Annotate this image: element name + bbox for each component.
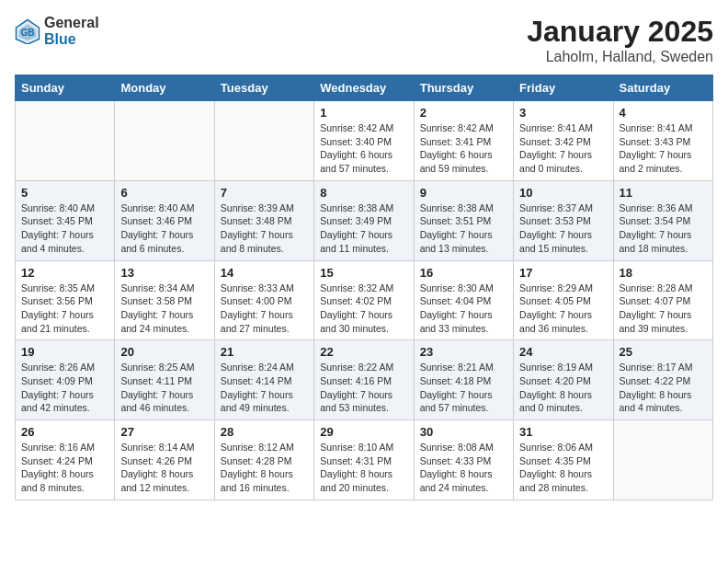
day-cell-29: 29Sunrise: 8:10 AM Sunset: 4:31 PM Dayli… [314,420,414,500]
day-cell-20: 20Sunrise: 8:25 AM Sunset: 4:11 PM Dayli… [115,340,214,420]
day-cell-empty [16,101,115,181]
day-cell-13: 13Sunrise: 8:34 AM Sunset: 3:58 PM Dayli… [115,260,214,340]
day-number: 30 [420,425,507,439]
day-cell-empty [613,420,712,500]
day-info: Sunrise: 8:14 AM Sunset: 4:26 PM Dayligh… [120,441,208,495]
logo-text-block: General Blue [44,15,99,47]
day-info: Sunrise: 8:38 AM Sunset: 3:51 PM Dayligh… [420,201,507,256]
day-number: 6 [120,186,208,200]
day-cell-30: 30Sunrise: 8:08 AM Sunset: 4:33 PM Dayli… [414,420,513,500]
day-info: Sunrise: 8:32 AM Sunset: 4:02 PM Dayligh… [320,282,407,336]
day-number: 16 [420,266,507,280]
day-number: 27 [120,425,208,439]
day-cell-7: 7Sunrise: 8:39 AM Sunset: 3:48 PM Daylig… [214,180,313,260]
day-number: 19 [21,345,108,359]
day-number: 31 [519,425,607,439]
day-number: 28 [221,425,308,439]
day-cell-16: 16Sunrise: 8:30 AM Sunset: 4:04 PM Dayli… [414,260,513,340]
logo-blue: Blue [44,31,76,47]
day-info: Sunrise: 8:21 AM Sunset: 4:18 PM Dayligh… [420,361,507,415]
day-number: 22 [320,345,407,359]
day-info: Sunrise: 8:33 AM Sunset: 4:00 PM Dayligh… [221,282,308,336]
day-info: Sunrise: 8:30 AM Sunset: 4:04 PM Dayligh… [420,282,507,336]
weekday-sunday: Sunday [16,75,115,101]
day-cell-11: 11Sunrise: 8:36 AM Sunset: 3:54 PM Dayli… [613,180,712,260]
calendar-table: SundayMondayTuesdayWednesdayThursdayFrid… [15,75,713,500]
day-number: 7 [221,186,308,200]
day-number: 12 [21,266,108,280]
day-info: Sunrise: 8:16 AM Sunset: 4:24 PM Dayligh… [21,441,108,495]
day-cell-12: 12Sunrise: 8:35 AM Sunset: 3:56 PM Dayli… [16,260,115,340]
day-number: 14 [221,266,308,280]
calendar-subtitle: Laholm, Halland, Sweden [527,49,713,65]
day-info: Sunrise: 8:08 AM Sunset: 4:33 PM Dayligh… [420,441,507,495]
day-number: 13 [120,266,208,280]
day-number: 10 [519,186,607,200]
day-number: 8 [320,186,407,200]
week-row-4: 19Sunrise: 8:26 AM Sunset: 4:09 PM Dayli… [16,340,713,420]
day-cell-2: 2Sunrise: 8:42 AM Sunset: 3:41 PM Daylig… [414,101,513,181]
day-cell-22: 22Sunrise: 8:22 AM Sunset: 4:16 PM Dayli… [314,340,414,420]
day-info: Sunrise: 8:25 AM Sunset: 4:11 PM Dayligh… [120,361,208,415]
day-cell-15: 15Sunrise: 8:32 AM Sunset: 4:02 PM Dayli… [314,260,414,340]
day-cell-21: 21Sunrise: 8:24 AM Sunset: 4:14 PM Dayli… [214,340,313,420]
logo-icon: GB [15,18,40,44]
day-info: Sunrise: 8:36 AM Sunset: 3:54 PM Dayligh… [620,201,707,256]
day-number: 20 [120,345,208,359]
day-info: Sunrise: 8:41 AM Sunset: 3:43 PM Dayligh… [620,121,707,176]
day-info: Sunrise: 8:06 AM Sunset: 4:35 PM Dayligh… [519,441,607,495]
day-cell-1: 1Sunrise: 8:42 AM Sunset: 3:40 PM Daylig… [314,101,414,181]
day-number: 24 [519,345,607,359]
title-block: January 2025 Laholm, Halland, Sweden [527,15,713,65]
day-cell-10: 10Sunrise: 8:37 AM Sunset: 3:53 PM Dayli… [514,180,613,260]
day-number: 1 [320,106,407,120]
day-cell-31: 31Sunrise: 8:06 AM Sunset: 4:35 PM Dayli… [514,420,613,500]
day-info: Sunrise: 8:22 AM Sunset: 4:16 PM Dayligh… [320,361,407,415]
day-info: Sunrise: 8:37 AM Sunset: 3:53 PM Dayligh… [519,201,607,256]
day-number: 4 [620,106,707,120]
day-cell-6: 6Sunrise: 8:40 AM Sunset: 3:46 PM Daylig… [115,180,214,260]
day-cell-27: 27Sunrise: 8:14 AM Sunset: 4:26 PM Dayli… [115,420,214,500]
day-number: 3 [519,106,607,120]
weekday-wednesday: Wednesday [314,75,414,101]
logo: GB General Blue [15,15,99,47]
day-info: Sunrise: 8:42 AM Sunset: 3:41 PM Dayligh… [420,121,507,176]
day-info: Sunrise: 8:24 AM Sunset: 4:14 PM Dayligh… [221,361,308,415]
day-info: Sunrise: 8:40 AM Sunset: 3:46 PM Dayligh… [120,201,208,256]
day-number: 23 [420,345,507,359]
day-cell-24: 24Sunrise: 8:19 AM Sunset: 4:20 PM Dayli… [514,340,613,420]
day-info: Sunrise: 8:39 AM Sunset: 3:48 PM Dayligh… [221,201,308,256]
week-row-1: 1Sunrise: 8:42 AM Sunset: 3:40 PM Daylig… [16,101,713,181]
day-info: Sunrise: 8:12 AM Sunset: 4:28 PM Dayligh… [221,441,308,495]
day-info: Sunrise: 8:35 AM Sunset: 3:56 PM Dayligh… [21,282,108,336]
day-number: 11 [620,186,707,200]
week-row-3: 12Sunrise: 8:35 AM Sunset: 3:56 PM Dayli… [16,260,713,340]
day-info: Sunrise: 8:29 AM Sunset: 4:05 PM Dayligh… [519,282,607,336]
calendar-title: January 2025 [527,15,713,49]
weekday-friday: Friday [514,75,613,101]
day-info: Sunrise: 8:40 AM Sunset: 3:45 PM Dayligh… [21,201,108,256]
day-number: 21 [221,345,308,359]
day-number: 17 [519,266,607,280]
day-cell-8: 8Sunrise: 8:38 AM Sunset: 3:49 PM Daylig… [314,180,414,260]
day-cell-4: 4Sunrise: 8:41 AM Sunset: 3:43 PM Daylig… [613,101,712,181]
day-cell-18: 18Sunrise: 8:28 AM Sunset: 4:07 PM Dayli… [613,260,712,340]
day-cell-26: 26Sunrise: 8:16 AM Sunset: 4:24 PM Dayli… [16,420,115,500]
weekday-saturday: Saturday [613,75,712,101]
day-number: 26 [21,425,108,439]
day-number: 25 [620,345,707,359]
day-info: Sunrise: 8:10 AM Sunset: 4:31 PM Dayligh… [320,441,407,495]
weekday-header-row: SundayMondayTuesdayWednesdayThursdayFrid… [16,75,713,101]
weekday-thursday: Thursday [414,75,513,101]
day-cell-19: 19Sunrise: 8:26 AM Sunset: 4:09 PM Dayli… [16,340,115,420]
day-number: 18 [620,266,707,280]
day-number: 29 [320,425,407,439]
page-header: GB General Blue January 2025 Laholm, Hal… [15,15,713,65]
week-row-5: 26Sunrise: 8:16 AM Sunset: 4:24 PM Dayli… [16,420,713,500]
day-cell-9: 9Sunrise: 8:38 AM Sunset: 3:51 PM Daylig… [414,180,513,260]
logo-general: General [44,15,99,30]
day-number: 2 [420,106,507,120]
day-number: 15 [320,266,407,280]
day-info: Sunrise: 8:19 AM Sunset: 4:20 PM Dayligh… [519,361,607,415]
day-cell-3: 3Sunrise: 8:41 AM Sunset: 3:42 PM Daylig… [514,101,613,181]
